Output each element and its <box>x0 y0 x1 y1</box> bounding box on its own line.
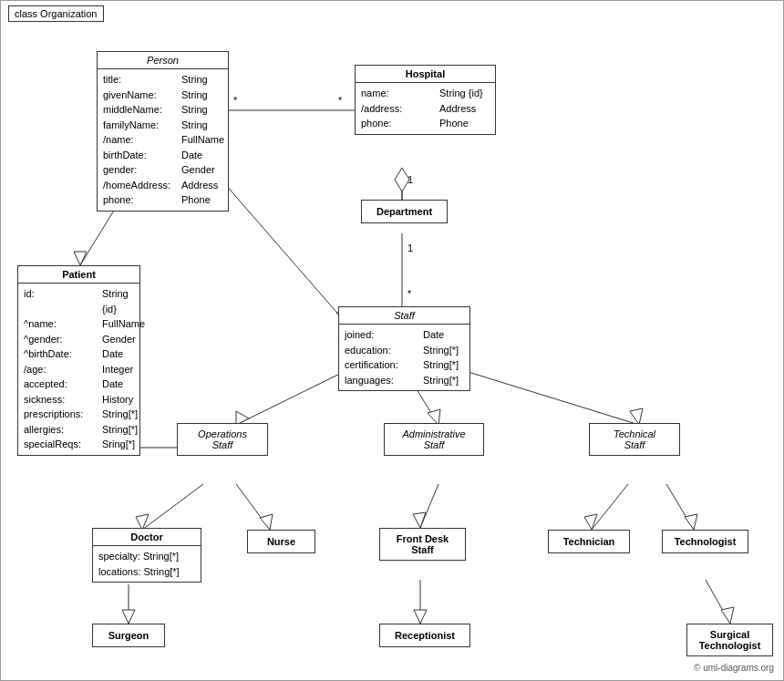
person-class: Person title:String givenName:String mid… <box>97 51 229 212</box>
surgical-technologist-class: SurgicalTechnologist <box>686 624 773 656</box>
svg-marker-34 <box>685 514 697 530</box>
person-title: Person <box>98 52 228 69</box>
svg-text:*: * <box>407 288 412 299</box>
svg-marker-38 <box>414 610 427 624</box>
svg-line-23 <box>448 366 639 425</box>
patient-class: Patient id:String {id} ^name:FullName ^g… <box>17 265 140 456</box>
svg-marker-32 <box>584 514 597 530</box>
diagram-container: class Organization * * 1 * 1 * * * <box>0 0 784 681</box>
doctor-attrs: specialty: String[*] locations: String[*… <box>93 546 201 582</box>
hospital-class: Hospital name:String {id} /address:Addre… <box>355 65 496 135</box>
technologist-class: Technologist <box>662 530 748 553</box>
staff-class: Staff joined:Date education:String[*] ce… <box>338 306 470 391</box>
svg-marker-30 <box>413 512 426 528</box>
svg-line-33 <box>666 484 694 530</box>
staff-title: Staff <box>339 307 469 325</box>
surgeon-title: Surgeon <box>108 630 150 641</box>
svg-line-25 <box>142 484 203 530</box>
department-title: Department <box>362 201 447 222</box>
surgeon-class: Surgeon <box>92 624 165 647</box>
svg-text:*: * <box>233 95 238 106</box>
copyright: © uml-diagrams.org <box>694 663 774 673</box>
svg-line-39 <box>706 580 730 624</box>
svg-line-29 <box>420 484 438 528</box>
patient-attrs: id:String {id} ^name:FullName ^gender:Ge… <box>18 284 139 455</box>
svg-line-11 <box>80 201 119 265</box>
operations-staff-class: OperationsStaff <box>177 423 268 456</box>
svg-line-13 <box>224 183 347 325</box>
department-class: Department <box>361 200 448 223</box>
svg-text:*: * <box>338 95 343 106</box>
nurse-class: Nurse <box>247 530 315 553</box>
svg-text:1: 1 <box>407 174 413 185</box>
technologist-title: Technologist <box>675 536 737 547</box>
diagram-label: class Organization <box>8 5 104 22</box>
nurse-title: Nurse <box>267 536 295 547</box>
svg-line-31 <box>592 484 628 530</box>
receptionist-title: Receptionist <box>395 630 455 641</box>
hospital-title: Hospital <box>356 66 495 83</box>
person-attrs: title:String givenName:String middleName… <box>98 69 228 211</box>
receptionist-class: Receptionist <box>379 624 470 647</box>
svg-marker-40 <box>721 607 734 624</box>
svg-marker-4 <box>395 168 409 191</box>
technician-title: Technician <box>563 536 615 547</box>
staff-attrs: joined:Date education:String[*] certific… <box>339 325 469 390</box>
svg-line-27 <box>236 484 270 530</box>
doctor-class: Doctor specialty: String[*] locations: S… <box>92 528 201 583</box>
patient-title: Patient <box>18 266 139 284</box>
svg-marker-36 <box>122 610 135 624</box>
administrative-staff-class: AdministrativeStaff <box>384 423 484 456</box>
hospital-attrs: name:String {id} /address:Address phone:… <box>356 83 495 134</box>
doctor-title: Doctor <box>93 529 201 546</box>
svg-marker-28 <box>260 514 273 530</box>
technician-class: Technician <box>548 530 630 553</box>
svg-marker-12 <box>74 252 87 265</box>
technical-staff-class: TechnicalStaff <box>589 423 680 456</box>
svg-text:1: 1 <box>407 242 413 253</box>
front-desk-staff-class: Front DeskStaff <box>379 528 466 561</box>
